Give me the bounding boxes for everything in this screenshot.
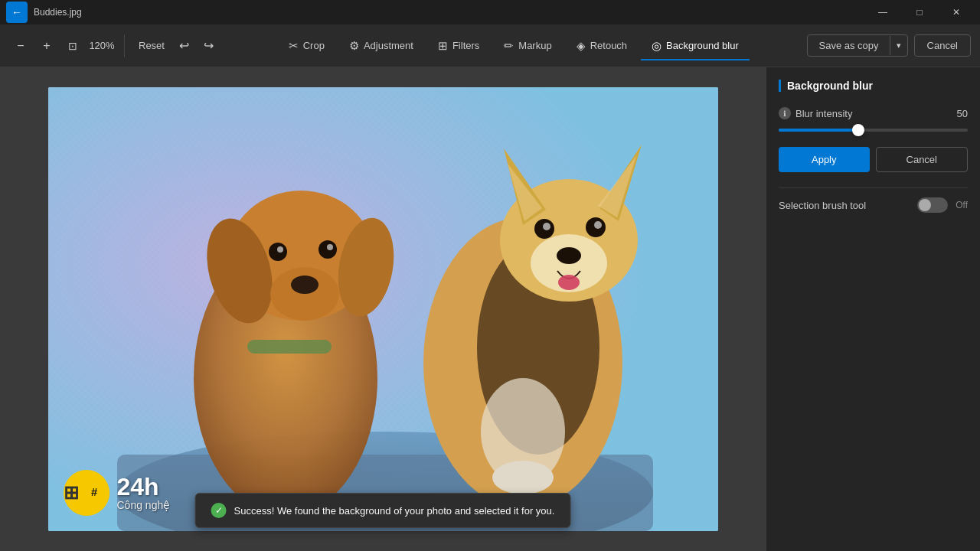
save-as-button[interactable]: Save as copy ▾	[807, 34, 907, 57]
watermark-logo: #	[64, 470, 109, 516]
back-icon: ←	[11, 6, 22, 18]
crop-icon: ✂	[289, 39, 299, 53]
svg-point-14	[318, 240, 337, 259]
undo-button[interactable]: ↩	[174, 35, 195, 57]
selection-brush-toggle[interactable]	[917, 197, 948, 213]
right-panel: Background blur ℹ Blur intensity 50 Appl…	[766, 67, 980, 551]
tool-markup-label: Markup	[518, 40, 551, 51]
photo-container: # 24h Công nghệ	[48, 87, 718, 531]
blur-intensity-label: Blur intensity	[795, 108, 852, 119]
svg-point-13	[269, 243, 287, 261]
selection-brush-toggle-group: Off	[917, 197, 968, 213]
blur-slider-container	[779, 129, 968, 132]
zoom-level-label: 120%	[87, 40, 116, 51]
blur-intensity-label-group: ℹ Blur intensity	[779, 107, 852, 119]
save-as-dropdown-button[interactable]: ▾	[890, 36, 907, 55]
watermark-text: 24h Công nghệ	[117, 474, 171, 511]
toolbar-actions: Save as copy ▾ Cancel	[807, 34, 971, 57]
panel-title: Background blur	[779, 80, 968, 92]
blur-slider-track	[779, 129, 968, 132]
svg-rect-17	[247, 340, 332, 354]
success-toast: ✓ Success! We found the background of yo…	[195, 493, 571, 528]
toggle-knob	[919, 199, 931, 211]
window-controls: — □ ✕	[865, 0, 974, 24]
blur-slider-fill	[779, 129, 858, 132]
toolbar: − + ⊡ 120% Reset ↩ ↪ ✂ Crop ⚙ Adjustment…	[0, 24, 980, 67]
blur-intensity-value: 50	[957, 108, 968, 119]
retouch-icon: ◈	[577, 39, 586, 53]
redo-button[interactable]: ↪	[198, 35, 220, 57]
panel-divider	[779, 187, 968, 188]
tool-filters[interactable]: ⊞ Filters	[427, 34, 490, 57]
cancel-button[interactable]: Cancel	[914, 34, 971, 57]
toast-message: Success! We found the background of your…	[234, 505, 555, 517]
toolbar-tools: ✂ Crop ⚙ Adjustment ⊞ Filters ✏ Markup ◈…	[223, 34, 805, 57]
filters-icon: ⊞	[438, 39, 448, 53]
tool-crop-label: Crop	[303, 40, 325, 51]
aspect-button[interactable]: ⊡	[61, 34, 84, 57]
window-title: Buddies.jpg	[34, 7, 859, 18]
photo-canvas: # 24h Công nghệ	[48, 87, 718, 531]
svg-point-31	[558, 275, 580, 290]
watermark-subtitle: Công nghệ	[117, 499, 171, 511]
blur-slider-thumb[interactable]	[852, 124, 864, 136]
svg-point-15	[277, 246, 283, 253]
blur-intensity-info-icon[interactable]: ℹ	[779, 107, 791, 119]
minimize-button[interactable]: —	[865, 0, 900, 24]
selection-brush-label: Selection brush tool	[779, 200, 866, 211]
reset-button[interactable]: Reset	[132, 37, 171, 54]
background-blur-icon: ◎	[652, 39, 662, 53]
tool-background-blur-label: Background blur	[666, 40, 739, 51]
svg-point-12	[291, 276, 318, 294]
adjustment-icon: ⚙	[349, 39, 359, 53]
tool-adjustment-label: Adjustment	[364, 40, 413, 51]
canvas-area: # 24h Công nghệ ✓ Success! We found the …	[0, 67, 766, 551]
svg-point-26	[557, 247, 581, 264]
panel-cancel-button[interactable]: Cancel	[876, 147, 969, 172]
svg-point-30	[594, 221, 602, 229]
zoom-out-button[interactable]: −	[9, 34, 32, 57]
panel-action-buttons: Apply Cancel	[779, 147, 968, 172]
svg-point-33	[492, 461, 554, 494]
svg-text:#: #	[90, 486, 96, 498]
close-button[interactable]: ✕	[939, 0, 974, 24]
markup-icon: ✏	[504, 39, 514, 53]
main-content: # 24h Công nghệ ✓ Success! We found the …	[0, 67, 980, 551]
tool-background-blur[interactable]: ◎ Background blur	[641, 34, 750, 57]
zoom-group: − + ⊡ 120%	[9, 34, 116, 57]
selection-brush-row: Selection brush tool Off	[779, 197, 968, 213]
blur-intensity-row: ℹ Blur intensity 50	[779, 107, 968, 119]
watermark-title: 24h	[117, 474, 171, 499]
toolbar-divider-1	[124, 34, 125, 57]
tool-crop[interactable]: ✂ Crop	[278, 34, 335, 57]
tool-adjustment[interactable]: ⚙ Adjustment	[338, 34, 424, 57]
toast-success-icon: ✓	[211, 503, 227, 518]
tool-markup[interactable]: ✏ Markup	[493, 34, 562, 57]
tool-retouch-label: Retouch	[590, 40, 627, 51]
title-bar: ← Buddies.jpg — □ ✕	[0, 0, 980, 24]
zoom-in-button[interactable]: +	[35, 34, 58, 57]
back-button[interactable]: ←	[6, 2, 28, 23]
svg-point-16	[327, 244, 333, 250]
apply-button[interactable]: Apply	[779, 147, 870, 172]
toggle-off-label: Off	[956, 200, 968, 210]
tool-filters-label: Filters	[452, 40, 479, 51]
tool-retouch[interactable]: ◈ Retouch	[566, 34, 638, 57]
maximize-button[interactable]: □	[902, 0, 937, 24]
save-as-main-button[interactable]: Save as copy	[808, 35, 889, 56]
svg-point-29	[543, 223, 550, 230]
watermark: # 24h Công nghệ	[64, 470, 171, 516]
